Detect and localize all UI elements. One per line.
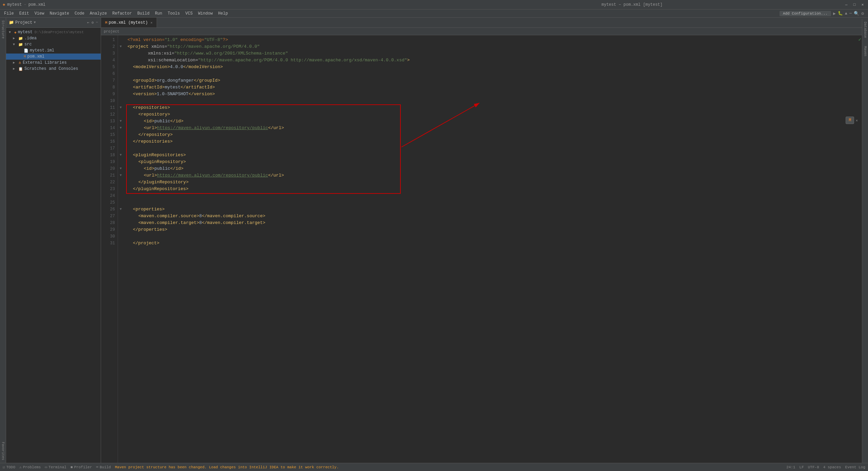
close-panel-button[interactable]: − <box>96 20 98 25</box>
code-line-3: xmlns:xsi="http://www.w3.org/2001/XMLSch… <box>127 50 868 57</box>
problems-button[interactable]: ⚠ Problems <box>19 465 41 469</box>
terminal-button[interactable]: ▭ Terminal <box>45 465 66 469</box>
tree-item-external-libs[interactable]: ► ⋔ External Libraries <box>6 60 101 66</box>
menu-vcs[interactable]: VCS <box>183 11 196 17</box>
favorites-label[interactable]: Favorites <box>1 441 5 462</box>
fold-20[interactable]: ▼ <box>118 165 123 172</box>
code-content-area[interactable]: <?xml version="1.0" encoding="UTF-8"?> <… <box>123 35 868 463</box>
run-button[interactable]: ▶ <box>833 11 836 16</box>
code-line-14: <url>https://maven.aliyun.com/repository… <box>127 125 868 131</box>
settings-panel-button[interactable]: ⚙ <box>92 20 94 25</box>
code-line-27: <maven.compiler.source>8</maven.compiler… <box>127 213 868 220</box>
line-num-13: 13 <box>101 118 115 125</box>
tab-bar: M pom.xml (mytest) ✕ <box>101 18 868 28</box>
minimize-button[interactable]: — <box>844 2 849 7</box>
tree-item-src[interactable]: ▼ 📁 src <box>6 41 101 47</box>
menu-file[interactable]: File <box>1 11 17 17</box>
fold-10 <box>118 98 123 104</box>
fold-26[interactable]: ▼ <box>118 206 123 213</box>
build-button[interactable]: ⌨ Build <box>96 465 111 469</box>
debug-button[interactable]: 🐛 <box>838 11 843 16</box>
fold-2[interactable]: ▼ <box>118 43 123 50</box>
code-editor[interactable]: ✓ 1 2 3 4 5 6 7 8 9 10 11 12 13 14 15 16… <box>101 35 868 463</box>
indent-spaces[interactable]: 4 spaces <box>823 465 841 469</box>
profiler-button[interactable]: ■ Profiler <box>71 465 92 469</box>
profiler-label: Profiler <box>74 465 92 469</box>
fold-11[interactable]: ▼ <box>118 104 123 111</box>
tree-label-src: src <box>24 42 32 47</box>
encoding[interactable]: UTF-8 <box>808 465 819 469</box>
menu-analyze[interactable]: Analyze <box>87 11 110 17</box>
line-ending[interactable]: LF <box>800 465 804 469</box>
chevron-down-icon[interactable]: ▼ <box>34 21 36 24</box>
menu-build[interactable]: Build <box>135 11 152 17</box>
tree-item-idea[interactable]: ► 📁 .idea <box>6 35 101 41</box>
profile-button[interactable]: ▲ <box>845 11 847 16</box>
maximize-button[interactable]: □ <box>852 2 857 7</box>
tree-label-pom: pom.xml <box>27 54 44 59</box>
code-line-15: </repository> <box>127 131 868 138</box>
fold-4 <box>118 57 123 64</box>
event-log-button[interactable]: Event Log <box>845 465 865 469</box>
title-bar-left: ◆ mytest – pom.xml <box>3 2 420 7</box>
line-num-3: 3 <box>101 50 115 57</box>
database-label[interactable]: Database <box>863 20 867 39</box>
tree-item-pom-xml[interactable]: ► M pom.xml <box>6 54 101 60</box>
menu-refactor[interactable]: Refactor <box>110 11 135 17</box>
line-num-19: 19 <box>101 159 115 165</box>
add-configuration-button[interactable]: Add Configuration... <box>780 11 831 16</box>
structure-label[interactable]: Structure <box>1 19 5 40</box>
menu-edit[interactable]: Edit <box>17 11 32 17</box>
code-line-31: </project> <box>127 240 868 247</box>
terminal-label: Terminal <box>48 465 66 469</box>
menu-window[interactable]: Window <box>195 11 215 17</box>
tree-root-mytest[interactable]: ▼ ◆ mytest D:\IdeaProjects\mytest <box>6 29 101 35</box>
line-num-1: 1 <box>101 37 115 43</box>
collapse-all-button[interactable]: ⇤ <box>87 20 90 25</box>
fold-13[interactable]: ▼ <box>118 118 123 125</box>
fold-31 <box>118 240 123 247</box>
line-num-6: 6 <box>101 70 115 77</box>
maven-close-icon[interactable]: ✕ <box>855 118 858 123</box>
project-panel: 📁 Project ▼ ⇤ ⚙ − ▼ ◆ mytest D:\IdeaProj… <box>6 18 101 463</box>
tab-close-button[interactable]: ✕ <box>151 21 153 25</box>
tab-pom-label: pom.xml (mytest) <box>109 20 148 25</box>
fold-14[interactable]: ▼ <box>118 125 123 131</box>
file-name-title: pom.xml <box>28 2 45 7</box>
toolbar-more[interactable]: ⋯ <box>849 11 852 16</box>
fold-19 <box>118 159 123 165</box>
cursor-position[interactable]: 24:1 <box>786 465 795 469</box>
fold-gutter: ▼ ▼ ▼ ▼ ▼ ▼ ▼ <box>118 35 123 463</box>
maven-badge[interactable]: M <box>846 117 854 124</box>
tree-item-mytest-iml[interactable]: ► 📄 mytest.iml <box>6 47 101 54</box>
fold-25 <box>118 199 123 206</box>
fold-21[interactable]: ▼ <box>118 172 123 179</box>
close-button[interactable]: ✕ <box>860 2 865 7</box>
tab-pom-xml[interactable]: M pom.xml (mytest) ✕ <box>101 18 157 27</box>
fold-27 <box>118 213 123 220</box>
fold-22 <box>118 179 123 186</box>
tree-item-scratches[interactable]: ► 📋 Scratches and Consoles <box>6 66 101 72</box>
code-line-10 <box>127 98 868 104</box>
menu-tools[interactable]: Tools <box>165 11 183 17</box>
line-num-2: 2 <box>101 43 115 50</box>
fold-18[interactable]: ▼ <box>118 152 123 159</box>
fold-5 <box>118 64 123 70</box>
menu-code[interactable]: Code <box>72 11 87 17</box>
maven-panel-icon[interactable]: M ✕ <box>846 117 858 124</box>
code-line-6 <box>127 70 868 77</box>
maven-label[interactable]: Maven <box>863 45 867 58</box>
line-num-14: 14 <box>101 125 115 131</box>
breadcrumb-text: project <box>104 29 119 34</box>
menu-navigate[interactable]: Navigate <box>47 11 72 17</box>
project-name-title: mytest <box>7 2 22 7</box>
tree-label-ext-libs: External Libraries <box>23 60 67 65</box>
search-everywhere-button[interactable]: 🔍 <box>854 11 859 16</box>
full-title: mytest – pom.xml [mytest] <box>601 2 663 7</box>
todo-button[interactable]: ☑ TODO <box>3 465 15 469</box>
menu-run[interactable]: Run <box>152 11 165 17</box>
menu-help[interactable]: Help <box>215 11 231 17</box>
menu-view[interactable]: View <box>32 11 47 17</box>
fold-24 <box>118 192 123 199</box>
settings-button[interactable]: ⚙ <box>861 11 864 16</box>
